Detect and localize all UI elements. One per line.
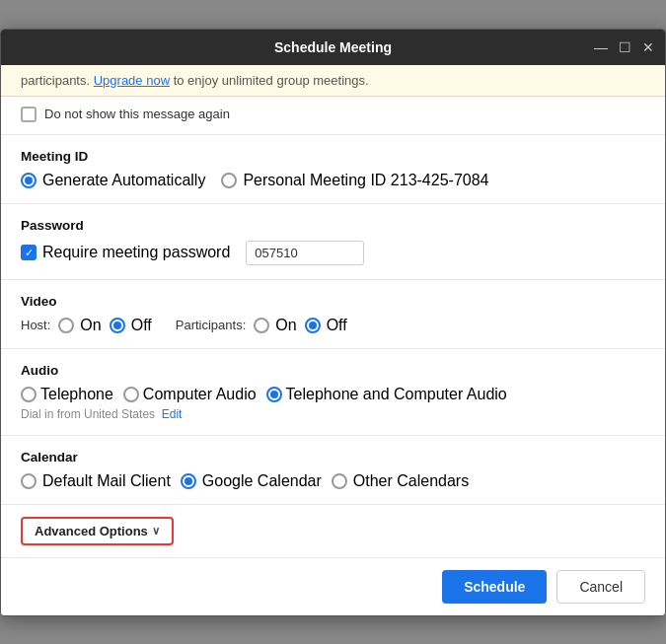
calendar-other-option[interactable]: Other Calendars — [332, 472, 469, 490]
schedule-button[interactable]: Schedule — [442, 570, 547, 604]
audio-both-radio[interactable] — [266, 387, 282, 402]
audio-computer-label: Computer Audio — [143, 386, 257, 403]
require-password-label: Require meeting password — [42, 244, 230, 261]
calendar-mail-option[interactable]: Default Mail Client — [21, 472, 171, 490]
calendar-google-label: Google Calendar — [202, 472, 322, 490]
audio-telephone-radio[interactable] — [21, 387, 37, 402]
audio-computer-radio[interactable] — [123, 387, 139, 402]
participants-label: Participants: — [176, 318, 247, 332]
meeting-id-personal-option[interactable]: Personal Meeting ID 213-425-7084 — [221, 172, 488, 189]
calendar-options-row: Default Mail Client Google Calendar Othe… — [21, 472, 645, 490]
calendar-google-option[interactable]: Google Calendar — [181, 472, 322, 490]
audio-sub-row: Dial in from United States Edit — [21, 407, 645, 421]
schedule-meeting-dialog: Schedule Meeting — ☐ ✕ participants. Upg… — [0, 29, 666, 616]
restore-button[interactable]: ☐ — [616, 38, 633, 56]
banner-text2: to enjoy unlimited group meetings. — [170, 73, 369, 88]
audio-dial-in-text: Dial in from United States — [21, 407, 155, 421]
audio-edit-link[interactable]: Edit — [162, 407, 183, 421]
participants-on-radio[interactable] — [254, 318, 269, 333]
participants-on-option[interactable]: On — [254, 317, 296, 334]
calendar-label: Calendar — [21, 450, 645, 465]
video-row: Host: On Off Participants: On Off — [21, 317, 645, 334]
participants-off-label: Off — [327, 317, 347, 334]
audio-label: Audio — [21, 363, 645, 378]
audio-computer-option[interactable]: Computer Audio — [123, 386, 257, 403]
meeting-id-auto-label: Generate Automatically — [42, 172, 205, 189]
meeting-id-personal-radio[interactable] — [221, 173, 237, 188]
host-off-option[interactable]: Off — [110, 317, 152, 334]
minimize-button[interactable]: — — [592, 38, 610, 56]
banner-text: participants. — [21, 73, 94, 88]
calendar-other-radio[interactable] — [332, 473, 347, 489]
meeting-id-personal-label: Personal Meeting ID 213-425-7084 — [243, 172, 488, 189]
calendar-google-radio[interactable] — [181, 473, 196, 489]
dialog-content: participants. Upgrade now to enjoy unlim… — [1, 65, 665, 557]
host-off-label: Off — [131, 317, 152, 334]
calendar-mail-label: Default Mail Client — [42, 472, 171, 490]
dialog-footer: Schedule Cancel — [1, 557, 665, 615]
participants-off-radio[interactable] — [305, 318, 321, 333]
host-on-label: On — [80, 317, 101, 334]
password-input[interactable] — [246, 241, 364, 265]
participants-off-option[interactable]: Off — [305, 317, 347, 334]
cancel-button[interactable]: Cancel — [556, 570, 645, 604]
no-show-checkbox[interactable] — [21, 107, 37, 122]
titlebar: Schedule Meeting — ☐ ✕ — [1, 30, 665, 65]
chevron-down-icon: ∨ — [152, 525, 160, 537]
audio-options-row: Telephone Computer Audio Telephone and C… — [21, 386, 645, 403]
audio-both-option[interactable]: Telephone and Computer Audio — [266, 386, 507, 403]
require-password-checkbox[interactable] — [21, 245, 37, 260]
advanced-section: Advanced Options ∨ — [1, 505, 665, 557]
advanced-options-label: Advanced Options — [35, 524, 148, 538]
audio-telephone-option[interactable]: Telephone — [21, 386, 113, 403]
video-label: Video — [21, 294, 645, 309]
calendar-section: Calendar Default Mail Client Google Cale… — [1, 436, 665, 505]
no-show-row: Do not show this message again — [1, 97, 665, 135]
host-off-radio[interactable] — [110, 318, 125, 333]
audio-both-label: Telephone and Computer Audio — [286, 386, 507, 403]
meeting-id-label: Meeting ID — [21, 149, 645, 164]
password-row: Require meeting password — [21, 241, 645, 265]
meeting-id-auto-radio[interactable] — [21, 173, 37, 188]
close-button[interactable]: ✕ — [639, 38, 657, 56]
upgrade-banner: participants. Upgrade now to enjoy unlim… — [1, 65, 665, 97]
video-section: Video Host: On Off Participants: On — [1, 280, 665, 349]
advanced-options-button[interactable]: Advanced Options ∨ — [21, 517, 174, 545]
calendar-other-label: Other Calendars — [353, 472, 469, 490]
password-section: Password Require meeting password — [1, 204, 665, 280]
require-password-option[interactable]: Require meeting password — [21, 244, 230, 261]
host-on-radio[interactable] — [58, 318, 74, 333]
participants-on-label: On — [275, 317, 296, 334]
audio-telephone-label: Telephone — [40, 386, 113, 403]
host-on-option[interactable]: On — [58, 317, 101, 334]
dialog-title: Schedule Meeting — [274, 39, 392, 55]
audio-section: Audio Telephone Computer Audio Telephone… — [1, 349, 665, 436]
host-label: Host: — [21, 318, 50, 332]
meeting-id-auto-option[interactable]: Generate Automatically — [21, 172, 205, 189]
meeting-id-options: Generate Automatically Personal Meeting … — [21, 172, 645, 189]
titlebar-controls: — ☐ ✕ — [592, 38, 657, 56]
no-show-label: Do not show this message again — [44, 107, 230, 121]
calendar-mail-radio[interactable] — [21, 473, 37, 489]
password-label: Password — [21, 218, 645, 233]
meeting-id-section: Meeting ID Generate Automatically Person… — [1, 135, 665, 204]
upgrade-now-link[interactable]: Upgrade now — [94, 73, 170, 88]
